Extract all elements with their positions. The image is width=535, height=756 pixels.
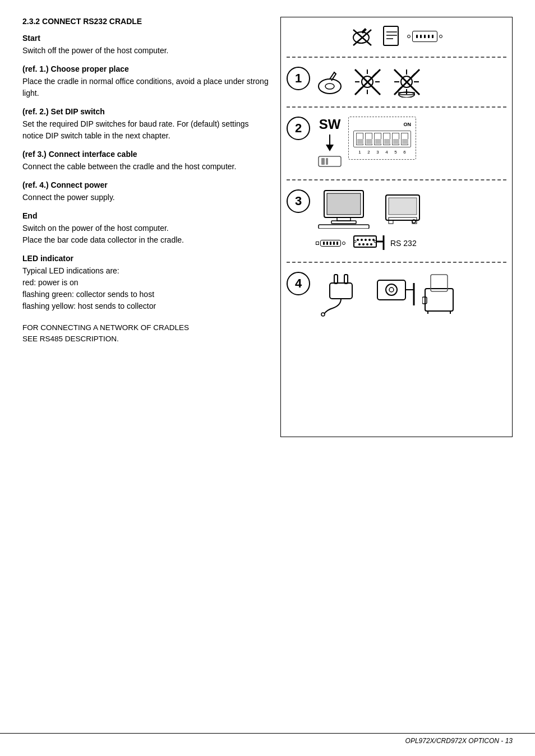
content-area: 2.3.2 CONNECT RS232 CRADLE Start Switch … — [22, 17, 513, 437]
footer-text: OPL972X/CRD972X OPTICON - 13 — [405, 737, 513, 745]
diagram-top-row — [287, 23, 506, 52]
end-label: End — [22, 211, 269, 220]
step2-dip-area: SW — [316, 117, 344, 170]
connector-pins-top — [416, 35, 433, 38]
dip-num4: 4 — [383, 150, 390, 155]
step3-section: 3 — [287, 185, 506, 257]
step3-number: 3 — [295, 194, 302, 208]
ref1-text: Place the cradle in normal office condit… — [22, 76, 269, 99]
svg-point-54 — [368, 239, 371, 241]
step2-section: 2 SW — [287, 112, 506, 175]
step1-scanner-icon — [316, 67, 344, 98]
dip6 — [401, 133, 408, 145]
step4-cradle-icon — [422, 272, 456, 317]
svg-rect-40 — [327, 193, 361, 215]
dip-num1: 1 — [356, 150, 363, 155]
svg-point-53 — [365, 239, 367, 241]
svg-rect-43 — [319, 225, 369, 229]
separator-3 — [287, 262, 506, 263]
end-section: End Switch on the power of the host comp… — [22, 211, 269, 246]
ref3-title: (ref 3.) Connect interface cable — [22, 150, 269, 159]
footer-text2: SEE RS485 DESCRIPTION. — [22, 333, 269, 345]
connector-dot-right — [439, 35, 442, 38]
start-text: Switch off the power of the host compute… — [22, 45, 269, 57]
ref3-text: Connect the cable between the cradle and… — [22, 161, 269, 173]
ref1-section: (ref. 1.) Choose proper place Place the … — [22, 64, 269, 99]
conn-dot-l — [316, 242, 319, 245]
separator-1 — [287, 106, 506, 108]
step2-content: SW — [316, 117, 416, 170]
dip3 — [374, 133, 381, 145]
cp5 — [336, 242, 338, 245]
left-column: 2.3.2 CONNECT RS232 CRADLE Start Switch … — [22, 17, 269, 437]
step1-section: 1 — [287, 62, 506, 102]
dip-num6: 6 — [401, 150, 408, 155]
svg-rect-45 — [389, 198, 417, 215]
step4-circle: 4 — [287, 272, 310, 295]
step3-content: RS 232 — [316, 189, 506, 253]
svg-point-57 — [362, 243, 365, 245]
pin3 — [424, 35, 426, 38]
pin5 — [432, 35, 433, 38]
arrow-down-icon — [324, 134, 335, 151]
led-title: LED indicator — [22, 254, 269, 263]
svg-point-59 — [370, 243, 372, 245]
led-text2: red: power is on — [22, 277, 269, 289]
cp3 — [330, 242, 331, 245]
rs232-connector-icon — [351, 233, 385, 253]
svg-point-9 — [325, 84, 334, 89]
power-adapter-icon — [372, 272, 417, 317]
scanner-crossed-icon — [351, 25, 376, 48]
led-section: LED indicator Typical LED indications ar… — [22, 254, 269, 312]
end-text2: Place the bar code data collector in the… — [22, 234, 269, 246]
svg-rect-73 — [425, 289, 453, 311]
cp4 — [333, 242, 335, 245]
pin4 — [428, 35, 430, 38]
step2-number: 2 — [295, 121, 302, 136]
pin2 — [420, 35, 422, 38]
svg-rect-4 — [384, 26, 398, 45]
connector-body-top — [412, 31, 437, 42]
svg-point-58 — [366, 243, 368, 245]
step3-circle: 3 — [287, 189, 310, 213]
printer-icon — [383, 189, 422, 229]
dip4 — [383, 133, 390, 145]
footer-text1: FOR CONNECTING A NETWORK OF CRADLES — [22, 322, 269, 333]
led-text3: flashing green: collector sends to host — [22, 289, 269, 300]
svg-rect-42 — [331, 221, 356, 224]
svg-rect-64 — [330, 283, 352, 299]
svg-point-67 — [321, 313, 325, 316]
svg-marker-35 — [326, 145, 334, 151]
step1-sun-crossed-icon — [352, 67, 383, 98]
step3-devices-row — [316, 189, 506, 229]
ref2-text: Set the required DIP switches for baud r… — [22, 118, 269, 142]
separator-2 — [287, 179, 506, 180]
step1-icons — [316, 67, 422, 98]
ref3-section: (ref 3.) Connect interface cable Connect… — [22, 150, 269, 173]
svg-point-69 — [386, 284, 397, 295]
step3-connector-body — [320, 240, 341, 247]
svg-rect-68 — [377, 280, 405, 300]
rs232-label: RS 232 — [390, 239, 417, 248]
page-footer: OPL972X/CRD972X OPTICON - 13 — [0, 733, 535, 745]
cp2 — [326, 242, 328, 245]
section-title: 2.3.2 CONNECT RS232 CRADLE — [22, 17, 269, 26]
step4-number: 4 — [295, 276, 302, 291]
svg-rect-38 — [326, 158, 328, 165]
ref4-title: (ref. 4.) Connect power — [22, 180, 269, 189]
svg-point-8 — [319, 79, 341, 94]
ref2-section: (ref. 2.) Set DIP switch Set the require… — [22, 107, 269, 142]
step2-circle: 2 — [287, 117, 310, 140]
start-section: Start Switch off the power of the host c… — [22, 34, 269, 57]
ref1-title: (ref. 1.) Choose proper place — [22, 64, 269, 73]
top-connector — [407, 31, 442, 42]
connector-dot-left — [407, 35, 411, 38]
dip-switch-panel: ON 1 2 3 4 — [348, 117, 416, 160]
pin1 — [416, 35, 418, 38]
footer-note: FOR CONNECTING A NETWORK OF CRADLES SEE … — [22, 322, 269, 345]
power-cord-icon — [316, 272, 366, 317]
dip-num5: 5 — [392, 150, 399, 155]
led-text1: Typical LED indications are: — [22, 265, 269, 277]
step3-cable-row: RS 232 — [316, 233, 506, 253]
start-label: Start — [22, 34, 269, 43]
